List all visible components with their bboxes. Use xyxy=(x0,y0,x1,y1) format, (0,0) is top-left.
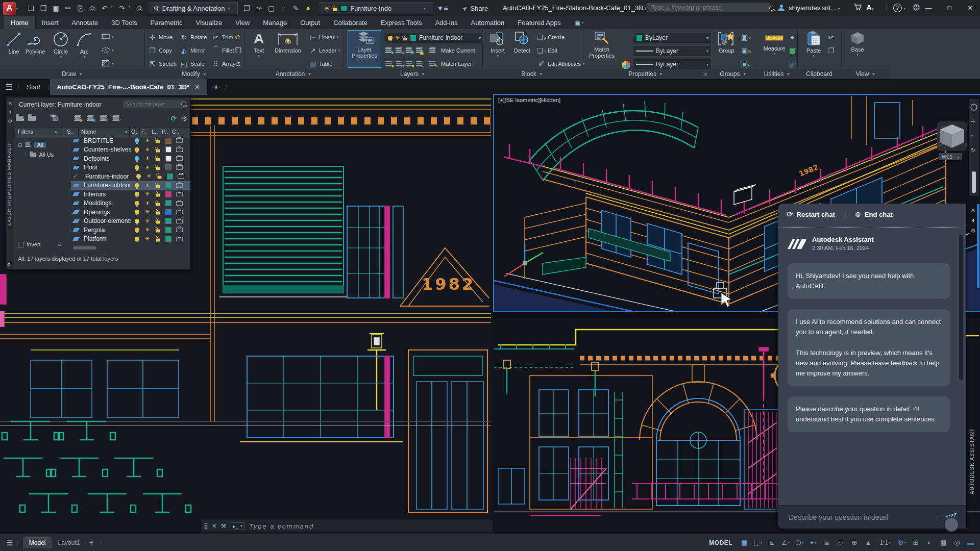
customize-wrench-icon[interactable]: ⚒ xyxy=(221,522,227,530)
linetype-dropdown[interactable]: ByLayer▾ xyxy=(633,59,712,70)
horizontal-scrollbar[interactable] xyxy=(73,246,96,249)
layer-plot-icon[interactable] xyxy=(176,210,183,214)
layer-unlock-icon[interactable] xyxy=(156,220,160,223)
measure-button[interactable]: Measure▾ xyxy=(762,31,787,56)
layer-color-swatch[interactable] xyxy=(165,236,172,242)
workspace-switcher[interactable]: ⚙ Drafting & Annotation ▾ xyxy=(149,2,238,14)
new-filter-icon[interactable]: ▼ xyxy=(16,116,23,121)
layer-freeze-sun-icon[interactable]: ☀ xyxy=(145,165,150,170)
layer-on-bulb-icon[interactable] xyxy=(135,138,139,143)
quick-calc-button[interactable]: ▩ xyxy=(788,45,797,56)
isolate-objects-icon[interactable]: ◎ xyxy=(951,537,963,549)
batch-plot-icon[interactable]: ⎙ xyxy=(133,4,145,13)
properties-gear-icon[interactable]: ⚙ xyxy=(6,118,15,124)
undo-icon[interactable]: ↶ xyxy=(99,4,111,13)
panel-label-block[interactable]: Block▼ xyxy=(482,69,582,79)
quick-select-button[interactable]: ⌖ xyxy=(788,32,797,42)
lineweight-icon[interactable]: ≣ xyxy=(821,537,833,549)
ribbon-tab-view[interactable]: View xyxy=(229,16,256,29)
navigation-bar[interactable]: ✛ ⌕ ↻ xyxy=(969,99,979,196)
annotation-monitor-icon[interactable]: ⊞ xyxy=(910,537,922,549)
layer-flyout-icon[interactable]: ▼≡ xyxy=(436,4,449,12)
line-button[interactable]: Line xyxy=(2,31,26,55)
viewcube[interactable]: WCS ▾ xyxy=(937,121,967,160)
lineweight-dropdown[interactable]: ByLayer▾ xyxy=(633,45,712,57)
start-tab[interactable]: Start xyxy=(19,79,47,95)
layer-freeze-sun-icon[interactable]: ☀ xyxy=(145,138,150,143)
layer-freeze-sun-icon[interactable]: ☀ xyxy=(145,201,150,206)
circle-button[interactable]: Circle▾ xyxy=(49,31,72,59)
quick-layer-control[interactable]: ☀ Furniture-indo ▾ xyxy=(320,2,433,14)
layer-on-bulb-icon[interactable] xyxy=(135,192,139,196)
layer-row-openings[interactable]: Openings☀ xyxy=(71,208,190,217)
app-store-cart-icon[interactable] xyxy=(851,4,864,12)
invert-filter[interactable]: Invert « xyxy=(18,241,61,247)
layer-color-swatch[interactable] xyxy=(165,191,172,197)
layer-unlock-icon[interactable] xyxy=(156,238,160,241)
layer-plot-icon[interactable] xyxy=(176,183,183,188)
panel-label-groups[interactable]: Groups▼ xyxy=(709,69,757,79)
layer-row-interiors[interactable]: Interiors☀ xyxy=(71,190,190,199)
layer-color-swatch[interactable] xyxy=(165,146,172,153)
layer-plot-icon[interactable] xyxy=(176,228,183,232)
open-folder-icon[interactable]: ❒ xyxy=(37,4,50,13)
logo-menu-chevron-icon[interactable]: ▾ xyxy=(16,6,21,11)
ribbon-tab-annotate[interactable]: Annotate xyxy=(65,16,105,29)
ribbon-tab-collaborate[interactable]: Collaborate xyxy=(327,16,374,29)
layer-plot-icon[interactable] xyxy=(176,237,183,241)
id-point-button[interactable]: ▦ xyxy=(788,59,797,69)
layer-on-bulb-icon[interactable] xyxy=(135,228,139,232)
layer-color-swatch[interactable] xyxy=(165,227,172,233)
chat-messages[interactable]: Autodesk Assistant 2:30 AM, Feb 16, 2024… xyxy=(778,228,958,504)
layer-freeze-sun-icon[interactable]: ☀ xyxy=(145,209,150,215)
layer-row-pergola[interactable]: Pergola☀ xyxy=(71,226,190,235)
layer-unlock-icon[interactable] xyxy=(158,176,162,179)
panel-label-annotation[interactable]: Annotation▼ xyxy=(244,69,343,79)
units-icon[interactable]: ◐ xyxy=(923,537,936,549)
ribbon-tab-insert[interactable]: Insert xyxy=(35,16,65,29)
ribbon-overflow-icon[interactable]: ▣▾ xyxy=(568,16,591,29)
close-tab-icon[interactable]: ✕ xyxy=(194,83,200,91)
auto-hide-pin-icon[interactable]: ⏴ xyxy=(6,109,15,115)
share-button[interactable]: ➤ Share xyxy=(462,5,488,12)
layer-freeze-sun-icon[interactable]: ☀ xyxy=(145,218,150,224)
layer-freeze-sun-icon[interactable]: ☀ xyxy=(145,147,150,153)
ribbon-tab-add-ins[interactable]: Add-ins xyxy=(428,16,464,29)
layer-tools-row2[interactable]: ● ↗ ● ⌐ ✎ Match Layer xyxy=(385,59,472,69)
arc-button[interactable]: Arc▾ xyxy=(72,31,96,59)
layer-on-bulb-icon[interactable] xyxy=(135,237,139,241)
close-icon[interactable]: ✕ xyxy=(6,101,15,106)
search-icon[interactable] xyxy=(766,4,778,12)
doc-edit-icon[interactable]: ✎ xyxy=(290,4,302,12)
chat-input-bar[interactable]: Describe your question in detail | xyxy=(778,505,966,529)
layer-row-floor[interactable]: Floor☀ xyxy=(71,163,190,172)
layer-freeze-sun-icon[interactable]: ☀ xyxy=(146,173,152,179)
layer-row-platform[interactable]: Platform☀ xyxy=(71,235,190,244)
scale-button[interactable]: ◱Scale xyxy=(180,59,205,69)
paint-icon[interactable]: ✑ xyxy=(253,4,265,12)
edit-attributes-button[interactable]: ✐Edit Attributes▾ xyxy=(537,59,584,69)
ribbon-tab-3d-tools[interactable]: 3D Tools xyxy=(105,16,143,29)
new-group-filter-icon[interactable] xyxy=(28,116,36,121)
tree-expand-icon[interactable]: ⊟ xyxy=(18,142,22,148)
autocad-logo[interactable]: A xyxy=(3,2,16,15)
leader-button[interactable]: ↗Leader▾ xyxy=(308,45,340,56)
ungroup-button[interactable]: ▣✕ xyxy=(741,32,750,42)
collapse-filters-icon[interactable]: « xyxy=(55,129,58,135)
search-icon[interactable] xyxy=(181,101,186,108)
ribbon-tab-automation[interactable]: Automation xyxy=(464,16,511,29)
layer-plot-icon[interactable] xyxy=(176,192,183,196)
layer-freeze-sun-icon[interactable]: ☀ xyxy=(145,183,150,188)
stretch-button[interactable]: ⇱Stretch xyxy=(148,59,177,69)
transparency-icon[interactable]: ▱ xyxy=(835,537,847,549)
refresh-icon[interactable]: ⟳ xyxy=(171,114,177,122)
group-selection-button[interactable]: ▣▸ xyxy=(741,59,750,69)
trim-button[interactable]: ✂Trim▾ xyxy=(211,32,237,42)
base-view-button[interactable]: Base▾ xyxy=(846,31,869,57)
close-button[interactable]: ✕ xyxy=(962,4,979,12)
layer-on-bulb-icon[interactable] xyxy=(135,156,139,161)
layer-unlock-icon[interactable] xyxy=(156,203,160,206)
edit-block-button[interactable]: ❏✎Edit xyxy=(537,45,557,56)
redo-icon[interactable]: ↷ xyxy=(116,4,128,13)
layer-color-swatch[interactable] xyxy=(165,200,172,206)
